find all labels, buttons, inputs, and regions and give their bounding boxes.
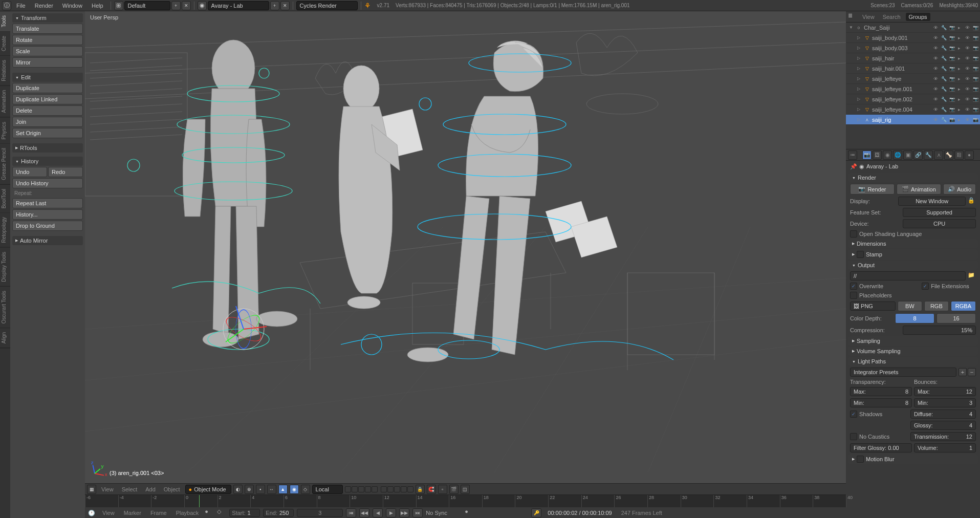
rotate-button[interactable]: Rotate <box>12 35 83 45</box>
duplicate-button[interactable]: Duplicate <box>12 83 83 93</box>
timeline-menu-frame[interactable]: Frame <box>147 509 170 517</box>
depth-16-button[interactable]: 16 <box>937 313 976 323</box>
prev-keyframe-button[interactable]: ◀◀ <box>359 508 369 517</box>
transparency-max-field[interactable]: Max:8 <box>850 387 912 396</box>
outliner-item[interactable]: ▼ ○ Char_Saiji 👁🔧📷 ▸👁📷 <box>846 23 980 33</box>
feature-set-selector[interactable]: Supported <box>903 208 976 217</box>
tab-bone-constraint-icon[interactable]: ⛓ <box>954 150 964 160</box>
pivot-selector-icon[interactable]: ⊕ <box>245 485 254 494</box>
outliner-item[interactable]: ▷ ⋏ saiji_rig 👁🔧📷 ▸👁📷 <box>846 115 980 125</box>
prop-editor-icon[interactable]: ≔ <box>848 150 857 160</box>
play-reverse-button[interactable]: ◀ <box>373 508 383 517</box>
dimensions-panel-header[interactable]: Dimensions <box>848 239 978 248</box>
outliner-menu-view[interactable]: View <box>859 13 878 21</box>
outliner-item[interactable]: ▷ ▽ saiji_body.003 👁🔧📷 ▸👁📷 <box>846 43 980 53</box>
jump-end-button[interactable]: ⏭ <box>412 508 423 517</box>
outliner-item[interactable]: ▷ ▽ saiji_lefteye.001 👁🔧📷 ▸👁📷 <box>846 84 980 94</box>
manipulator-rotate-icon[interactable]: ◉ <box>290 485 299 494</box>
diffuse-bounces-field[interactable]: Diffuse:4 <box>910 409 976 419</box>
render-engine-selector[interactable]: Cycles Render <box>296 1 358 10</box>
outliner-item[interactable]: ▷ ▽ saiji_lefteye.004 👁🔧📷 ▸👁📷 <box>846 104 980 115</box>
sampling-panel-header[interactable]: Sampling <box>848 336 978 346</box>
tab-display-tools[interactable]: Display Tools <box>0 248 10 287</box>
3d-viewport[interactable]: User Persp (3) aren_rig.001 <03> x z y <box>85 11 846 483</box>
drop-to-ground-button[interactable]: Drop to Ground <box>12 221 83 231</box>
timeline-menu-marker[interactable]: Marker <box>121 509 144 517</box>
preset-remove-button[interactable]: − <box>968 368 976 376</box>
tab-scene-icon[interactable]: ◉ <box>883 150 892 160</box>
add-scene-button[interactable]: + <box>270 1 279 10</box>
view3d-menu-view[interactable]: View <box>98 485 117 493</box>
menu-help[interactable]: Help <box>88 2 107 10</box>
tab-modifiers-icon[interactable]: 🔧 <box>924 150 933 160</box>
timeline-menu-playback[interactable]: Playback <box>173 509 202 517</box>
integrator-presets[interactable]: Integrator Presets <box>850 368 956 377</box>
translate-button[interactable]: Translate <box>12 24 83 34</box>
scene-selector[interactable]: Avaray - Lab <box>208 1 269 10</box>
next-keyframe-button[interactable]: ▶▶ <box>399 508 409 517</box>
filter-glossy-field[interactable]: Filter Glossy: 0.00 <box>850 443 912 452</box>
snap-icon[interactable]: 🧲 <box>427 485 436 494</box>
output-panel-header[interactable]: Output <box>848 261 978 270</box>
tab-constraints-icon[interactable]: 🔗 <box>913 150 923 160</box>
outliner-item[interactable]: ▷ ▽ saiji_lefteye 👁🔧📷 ▸👁📷 <box>846 74 980 84</box>
insert-keyframe-button[interactable]: 🔑 <box>531 508 541 517</box>
manipulator-toggle-icon[interactable]: ↔ <box>267 485 276 494</box>
lock-interface-icon[interactable]: 🔒 <box>968 197 976 205</box>
render-panel-header[interactable]: Render <box>848 173 978 182</box>
tab-retopology[interactable]: Retopology <box>0 213 10 248</box>
orientation-selector[interactable]: Local <box>312 485 343 494</box>
file-extensions-checkbox[interactable]: ✓ <box>922 283 929 290</box>
layer-buttons[interactable] <box>345 486 413 492</box>
tab-oscurart[interactable]: Oscurart Tools <box>0 287 10 328</box>
layout-grid-icon[interactable]: ⊞ <box>114 1 123 10</box>
outliner-menu-search[interactable]: Search <box>880 13 904 21</box>
sync-mode-selector[interactable]: No Sync <box>426 510 462 516</box>
volume-sampling-panel-header[interactable]: Volume Sampling <box>848 347 978 356</box>
rtools-panel-header[interactable]: RTools <box>12 143 83 153</box>
manipulator-scale-icon[interactable]: ◇ <box>301 485 310 494</box>
add-layout-button[interactable]: + <box>171 1 181 10</box>
play-button[interactable]: ▶ <box>386 508 396 517</box>
view3d-menu-select[interactable]: Select <box>119 485 141 493</box>
end-frame-field[interactable]: End:250 <box>263 509 294 517</box>
render-preview-icon[interactable]: 🎬 <box>449 485 459 494</box>
timeline-menu-view[interactable]: View <box>99 509 118 517</box>
no-caustics-checkbox[interactable] <box>850 433 857 440</box>
timeline-ruler[interactable]: -6-4-20246810121416182022242628303234363… <box>85 495 846 507</box>
tab-render-icon[interactable]: 📷 <box>862 150 872 160</box>
auto-mirror-header[interactable]: Auto Mirror <box>12 236 83 245</box>
file-browser-icon[interactable]: 📁 <box>968 272 976 280</box>
tab-data-icon[interactable]: ⋏ <box>934 150 943 160</box>
outliner-item[interactable]: ▷ ▽ saiji_lefteye.002 👁🔧📷 ▸👁📷 <box>846 94 980 104</box>
lock-icon[interactable]: 🔒 <box>416 485 425 494</box>
transmission-bounces-field[interactable]: Transmission:12 <box>910 432 976 441</box>
edit-panel-header[interactable]: Edit <box>12 73 83 82</box>
render-button[interactable]: 📷 Render <box>850 184 895 195</box>
duplicate-linked-button[interactable]: Duplicate Linked <box>12 94 83 104</box>
tab-tools[interactable]: Tools <box>0 11 10 32</box>
bounces-max-field[interactable]: Max:12 <box>914 387 976 396</box>
transparency-min-field[interactable]: Min:8 <box>850 398 912 407</box>
motion-blur-panel-header[interactable]: Motion Blur <box>848 454 978 464</box>
output-path-field[interactable]: // <box>850 271 966 280</box>
menu-file[interactable]: File <box>12 2 30 10</box>
bounces-min-field[interactable]: Min:3 <box>914 398 976 407</box>
outliner-tree[interactable]: ▼ ○ Char_Saiji 👁🔧📷 ▸👁📷 ▷ ▽ saiji_body.00… <box>846 23 980 149</box>
set-origin-button[interactable]: Set Origin <box>12 128 83 138</box>
tab-render-layers-icon[interactable]: 🖼 <box>873 150 882 160</box>
auto-keyframe-icon[interactable]: ● <box>205 508 214 517</box>
tab-grease-pencil[interactable]: Grease Pencil <box>0 144 10 185</box>
overwrite-checkbox[interactable]: ✓ <box>850 283 857 290</box>
shadows-checkbox[interactable]: ✓ <box>850 411 857 418</box>
rgb-button[interactable]: RGB <box>924 301 949 311</box>
scene-icon[interactable]: ◉ <box>198 1 207 10</box>
layout-selector[interactable]: Default <box>124 1 170 10</box>
outliner-item[interactable]: ▷ ▽ saiji_hair 👁🔧📷 ▸👁📷 <box>846 53 980 63</box>
view3d-menu-add[interactable]: Add <box>142 485 159 493</box>
osl-checkbox[interactable] <box>850 230 857 238</box>
mode-selector[interactable]: ●Object Mode <box>185 485 231 494</box>
record-icon[interactable]: ● <box>465 508 474 517</box>
device-selector[interactable]: CPU <box>903 219 976 228</box>
outliner-display-mode[interactable]: Groups <box>906 13 930 21</box>
